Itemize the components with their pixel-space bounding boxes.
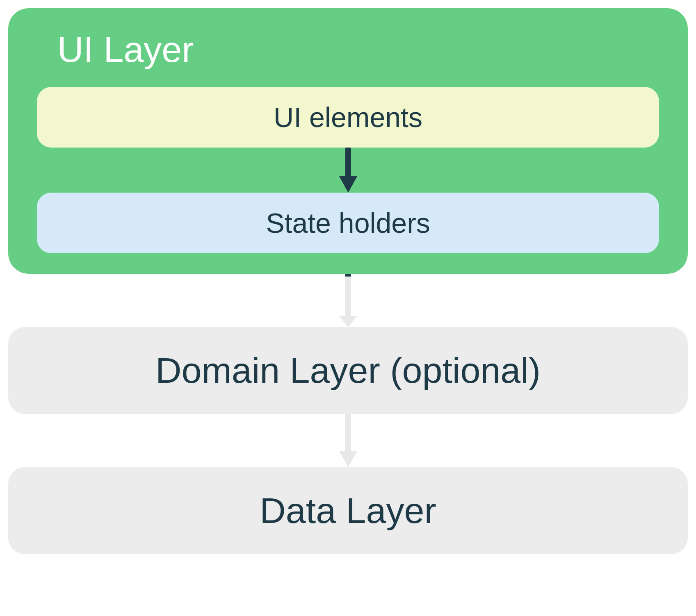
- state-holders-label: State holders: [266, 207, 430, 239]
- ui-layer-container: UI Layer UI elements State holders: [8, 8, 688, 274]
- ui-elements-label: UI elements: [274, 101, 422, 133]
- svg-marker-1: [339, 176, 357, 193]
- data-layer-label: Data Layer: [260, 490, 436, 532]
- svg-marker-4: [339, 316, 357, 327]
- domain-layer-label: Domain Layer (optional): [155, 350, 541, 391]
- ui-elements-box: UI elements: [37, 87, 659, 148]
- arrow-down-light-icon: [336, 274, 361, 327]
- architecture-diagram: UI Layer UI elements State holders Domai…: [8, 8, 688, 554]
- svg-marker-6: [339, 451, 357, 467]
- arrow-down-icon: [336, 148, 361, 193]
- data-layer-box: Data Layer: [8, 467, 688, 554]
- arrow-ui-to-state: [37, 148, 659, 193]
- domain-layer-box: Domain Layer (optional): [8, 327, 688, 414]
- state-holders-box: State holders: [37, 193, 659, 253]
- ui-layer-title: UI Layer: [57, 29, 659, 70]
- arrow-down-light-icon: [336, 414, 361, 467]
- arrow-domain-to-data: [8, 414, 688, 467]
- arrow-ui-to-domain: [8, 274, 688, 327]
